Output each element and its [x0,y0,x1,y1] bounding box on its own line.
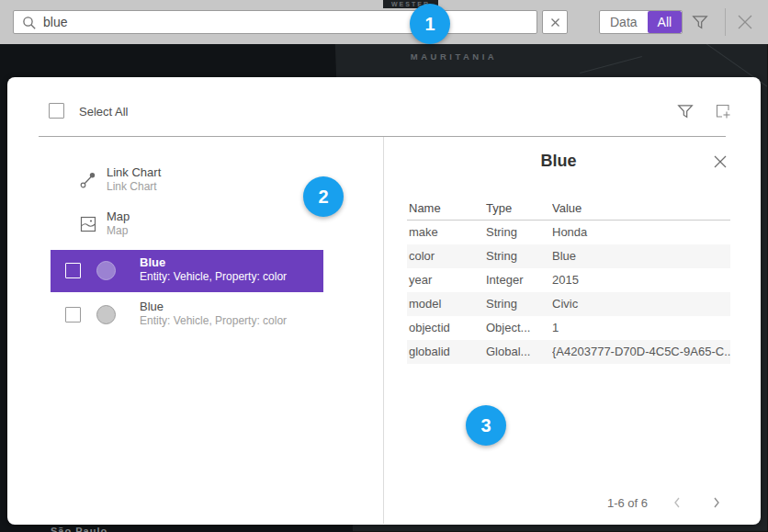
toolbar-divider [725,8,726,36]
search-toolbar: Data All WESTER [0,0,768,44]
list-item-subtitle: Link Chart [107,180,157,193]
add-selection-icon [715,103,731,119]
cell-name: color [407,244,486,268]
clear-search-button[interactable] [542,10,568,34]
map-icon [80,216,96,232]
link-chart-icon [79,171,97,189]
map-label-mauritania: MAURITANIA [401,51,507,62]
list-item-subtitle: Entity: Vehicle, Property: color [140,270,287,283]
cell-type: Global... [486,340,552,364]
pagination-label: 1-6 of 6 [586,496,669,510]
detail-close-button[interactable] [713,154,728,169]
list-detail-divider [383,137,384,524]
cell-value: Civic [552,292,730,316]
select-all-label: Select All [79,105,128,119]
table-row: objectid Object... 1 [407,316,730,340]
cell-value: 2015 [552,268,730,292]
list-item-blue[interactable]: Blue Entity: Vehicle, Property: color [51,294,323,336]
callout-2-badge: 2 [303,176,344,217]
cell-type: Object... [486,316,552,340]
cell-type: String [486,221,552,244]
cell-value: 1 [552,316,730,340]
list-item-subtitle: Entity: Vehicle, Property: color [140,314,287,327]
cell-type: Integer [486,268,552,292]
list-item-title: Map [107,209,130,223]
pagination-next-button[interactable] [711,495,722,510]
results-filter-button[interactable] [677,103,694,119]
attribute-table: Name Type Value make String Honda color … [407,197,730,364]
close-x-icon [735,12,755,32]
add-selection-button[interactable] [715,103,731,119]
toggle-option-data[interactable]: Data [600,11,648,33]
cell-type: String [486,292,552,316]
cell-value: Honda [552,221,730,244]
list-item-blue-selected[interactable]: Blue Entity: Vehicle, Property: color [51,250,323,292]
map-border-line [580,56,642,74]
cell-value: {A4203777-D70D-4C5C-9A65-C... [552,340,730,364]
column-header: Value [552,197,730,220]
close-x-icon [713,154,728,169]
toggle-option-all[interactable]: All [648,11,683,33]
cell-name: model [407,292,486,316]
table-row: model String Civic [407,292,730,316]
list-item-title: Link Chart [107,165,161,179]
entity-circle-icon [96,261,116,280]
list-item-title: Blue [140,300,164,313]
close-search-button[interactable] [735,12,755,32]
list-item-title: Blue [140,255,165,269]
detail-title: Blue [375,152,742,171]
screenshot-root: MAURITANIA São Paulo Data All [0,0,768,532]
column-header: Name [407,197,486,220]
funnel-icon [677,103,694,119]
pagination-prev-button[interactable] [672,495,683,510]
search-results-panel: Select All Link Chart Link Chart [7,77,761,525]
filter-button[interactable] [692,14,708,30]
chevron-right-icon [711,495,722,510]
cell-value: Blue [552,244,730,268]
table-header-row: Name Type Value [407,197,730,221]
table-row: make String Honda [407,221,730,244]
map-label-sao-paulo: São Paulo [51,526,107,532]
column-header: Type [486,197,552,220]
table-row: color String Blue [407,244,730,268]
list-item-subtitle: Map [107,224,128,237]
table-row: globalid Global... {A4203777-D70D-4C5C-9… [407,340,730,364]
search-icon [22,16,37,30]
search-input-container [13,10,537,34]
search-input[interactable] [43,11,530,33]
item-checkbox[interactable] [65,263,81,278]
funnel-icon [692,14,708,30]
header-divider [39,136,726,137]
cell-name: objectid [407,316,486,340]
cell-name: year [407,268,486,292]
select-all-checkbox[interactable] [49,103,64,119]
table-row: year Integer 2015 [407,268,730,292]
callout-3-badge: 3 [466,405,506,446]
cell-name: globalid [407,340,486,364]
data-all-toggle: Data All [599,10,683,34]
item-checkbox[interactable] [65,307,81,323]
entity-circle-icon [96,305,116,324]
cell-name: make [407,221,486,244]
callout-1-badge: 1 [410,4,450,44]
chevron-left-icon [672,495,683,510]
cell-type: String [486,244,552,268]
clear-x-icon [550,17,560,28]
